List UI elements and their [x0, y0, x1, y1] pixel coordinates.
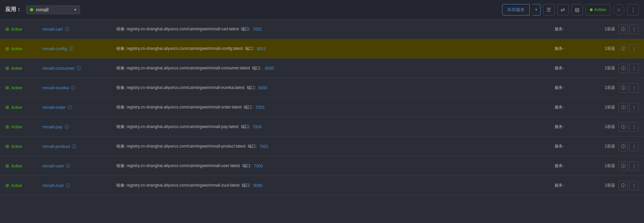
info-icon[interactable]: ⓘ — [65, 124, 69, 130]
grid-icon: ⊞ — [5, 85, 9, 90]
image-text: 镜像: registry.cn-shanghai.aliyuncs.com/ca… — [116, 124, 251, 130]
info-icon[interactable]: ⓘ — [71, 85, 75, 91]
service-detail-button[interactable]: ⓘ — [618, 25, 628, 34]
info-icon[interactable]: ⓘ — [68, 104, 72, 110]
service-name-col: mmall-productⓘ — [42, 144, 116, 150]
grid-icon: ⊞ — [5, 105, 9, 110]
port-link[interactable]: 9001 — [257, 46, 266, 51]
service-detail-button[interactable]: ⓘ — [618, 103, 628, 112]
doc-button[interactable]: ▤ — [571, 4, 583, 15]
service-detail-button[interactable]: ⓘ — [618, 161, 628, 171]
service-more-button[interactable]: ⋮ — [629, 64, 639, 73]
service-type: 服务- — [555, 104, 585, 110]
service-type: 服务- — [555, 163, 585, 169]
header-left: 应用： mmall ▾ — [5, 5, 80, 14]
service-image-col: 镜像: registry.cn-shanghai.aliyuncs.com/ca… — [116, 46, 555, 52]
services-table: ⊞Activemmall-cartⓘ镜像: registry.cn-shangh… — [0, 20, 644, 195]
add-service-dropdown-button[interactable]: ▾ — [532, 4, 540, 15]
service-more-button[interactable]: ⋮ — [629, 122, 639, 132]
service-status: ⊞Active — [5, 66, 42, 71]
service-more-button[interactable]: ⋮ — [629, 83, 639, 93]
table-row: ⊞Activemmall-userⓘ镜像: registry.cn-shangh… — [0, 156, 644, 176]
service-detail-button[interactable]: ⓘ — [618, 83, 628, 93]
info-icon[interactable]: ⓘ — [72, 144, 76, 150]
containers-count: 1容器 — [585, 183, 615, 188]
status-text: Active — [11, 27, 22, 32]
service-name-link[interactable]: mmall-pay — [42, 124, 63, 129]
service-image-col: 镜像: registry.cn-shanghai.aliyuncs.com/ca… — [116, 163, 555, 169]
add-service-label: 添加服务 — [507, 7, 525, 13]
port-link[interactable]: 7000 — [254, 164, 263, 168]
service-status: ⊞Active — [5, 46, 42, 51]
service-status: ⊞Active — [5, 144, 42, 149]
service-more-button[interactable]: ⋮ — [629, 25, 639, 34]
service-type: 服务- — [555, 65, 585, 71]
service-name-link[interactable]: mmall-consumer — [42, 66, 75, 71]
active-status-badge: Active — [586, 4, 610, 15]
header: 应用： mmall ▾ 添加服务 ▾ ☰ ⇄ ▤ Active ○ ⋮ — [0, 0, 644, 20]
info-icon[interactable]: ⓘ — [69, 46, 74, 52]
service-actions: ⓘ ⋮ — [615, 25, 639, 34]
service-more-button[interactable]: ⋮ — [629, 142, 639, 151]
more-button[interactable]: ⋮ — [627, 4, 639, 15]
table-row: ⊞Activemmall-configⓘ镜像: registry.cn-shan… — [0, 39, 644, 59]
active-dot — [590, 8, 593, 11]
service-detail-button[interactable]: ⓘ — [618, 142, 628, 151]
info-icon[interactable]: ⓘ — [66, 183, 70, 189]
service-type: 服务- — [555, 26, 585, 32]
service-status: ⊞Active — [5, 183, 42, 188]
list-view-button[interactable]: ☰ — [543, 4, 555, 15]
info-icon[interactable]: ⓘ — [77, 65, 81, 71]
grid-icon: ⊞ — [5, 124, 9, 129]
service-name-link[interactable]: mmall-user — [42, 163, 64, 168]
service-status: ⊞Active — [5, 163, 42, 168]
service-detail-button[interactable]: ⓘ — [618, 122, 628, 132]
port-link[interactable]: 7002 — [253, 27, 262, 32]
service-name-col: mmall-zuulⓘ — [42, 183, 116, 189]
service-more-button[interactable]: ⋮ — [629, 103, 639, 112]
image-text: 镜像: registry.cn-shanghai.aliyuncs.com/ca… — [116, 183, 252, 188]
port-link[interactable]: 7004 — [252, 125, 261, 129]
grid-icon: ⊞ — [5, 163, 9, 168]
service-name-link[interactable]: mmall-product — [42, 144, 70, 149]
port-link[interactable]: 9000 — [265, 66, 274, 71]
port-link[interactable]: 7003 — [255, 105, 265, 110]
status-text: Active — [11, 66, 22, 71]
service-name-link[interactable]: mmall-config — [42, 46, 67, 51]
share-button[interactable]: ⇄ — [557, 4, 569, 15]
info-icon[interactable]: ⓘ — [66, 163, 70, 169]
service-actions: ⓘ ⋮ — [615, 44, 639, 54]
service-image-col: 镜像: registry.cn-shanghai.aliyuncs.com/ca… — [116, 85, 555, 91]
service-status: ⊞Active — [5, 85, 42, 90]
active-label: Active — [594, 7, 606, 12]
table-row: ⊞Activemmall-payⓘ镜像: registry.cn-shangha… — [0, 117, 644, 137]
list-icon: ☰ — [547, 7, 551, 13]
app-select-text: mmall — [36, 7, 48, 12]
service-more-button[interactable]: ⋮ — [629, 181, 639, 190]
service-more-button[interactable]: ⋮ — [629, 161, 639, 171]
add-service-button[interactable]: 添加服务 — [502, 4, 530, 15]
service-name-link[interactable]: mmall-zuul — [42, 183, 64, 188]
service-image-col: 镜像: registry.cn-shanghai.aliyuncs.com/ca… — [116, 183, 555, 188]
service-status: ⊞Active — [5, 105, 42, 110]
service-name-link[interactable]: mmall-order — [42, 105, 66, 110]
port-link[interactable]: 8080 — [253, 183, 263, 188]
service-name-link[interactable]: mmall-eureka — [42, 85, 69, 90]
containers-count: 1容器 — [585, 163, 615, 169]
info-icon[interactable]: ⓘ — [65, 26, 69, 32]
more-icon: ⋮ — [631, 7, 636, 13]
service-detail-button[interactable]: ⓘ — [618, 64, 628, 73]
service-more-button[interactable]: ⋮ — [629, 44, 639, 54]
circle-button[interactable]: ○ — [613, 4, 625, 15]
share-icon: ⇄ — [561, 7, 565, 13]
port-link[interactable]: 7001 — [259, 144, 269, 149]
doc-icon: ▤ — [575, 7, 579, 13]
service-detail-button[interactable]: ⓘ — [618, 44, 628, 54]
service-name-link[interactable]: mmall-cart — [42, 27, 63, 32]
port-link[interactable]: 8000 — [258, 86, 268, 90]
app-selector[interactable]: mmall ▾ — [26, 5, 80, 14]
service-name-col: mmall-payⓘ — [42, 124, 116, 130]
image-text: 镜像: registry.cn-shanghai.aliyuncs.com/ca… — [116, 26, 251, 32]
service-detail-button[interactable]: ⓘ — [618, 181, 628, 190]
containers-count: 1容器 — [585, 124, 615, 130]
